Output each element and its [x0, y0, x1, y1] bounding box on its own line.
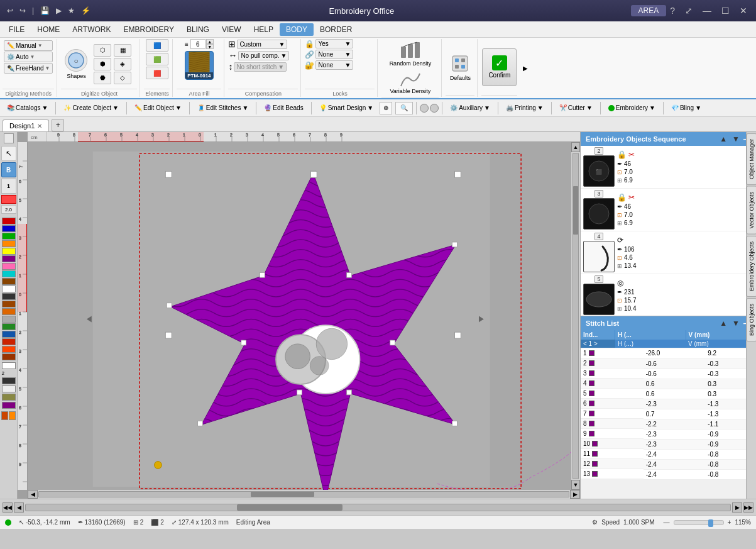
auto-btn[interactable]: ⚙️ Auto ▼ [4, 52, 53, 62]
restore-icon[interactable]: ⤢ [681, 4, 696, 17]
stitch-row[interactable]: 6 -2.3 -1.3 [581, 399, 756, 409]
stitch-count-input[interactable] [190, 39, 205, 49]
right-scroll-btn[interactable]: ▶ [732, 502, 742, 513]
hscroll-left-btn[interactable]: ◀ [28, 490, 38, 499]
obj-item-5[interactable]: 5 ◎ ✒ 2 [581, 274, 756, 316]
palette-color-18[interactable] [2, 346, 16, 353]
stitch-nav-label[interactable]: < 1 > [581, 340, 615, 348]
obj-item-4[interactable]: 4 ⟳ ✒ 1 [581, 231, 756, 274]
manual-expand[interactable]: ▼ [38, 43, 43, 48]
new-tab-btn[interactable]: + [52, 119, 64, 131]
stitch-count-down[interactable]: ▼ [206, 44, 214, 49]
palette-color-10[interactable] [2, 286, 16, 292]
hscroll-track[interactable] [38, 491, 569, 497]
no-pull-comp-dropdown[interactable]: No pull comp. ▼ [238, 51, 289, 60]
bling-btn[interactable]: 💎 Bling ▼ [667, 103, 706, 113]
stitch-row[interactable]: 12 -2.4 -0.8 [581, 459, 756, 469]
menu-embroidery[interactable]: EMBROIDERY [117, 23, 180, 36]
palette-color-15[interactable] [2, 323, 16, 330]
vscroll-up-btn[interactable]: ▲ [571, 142, 580, 152]
obj-item-2[interactable]: 2 ⬛ 🔒 ✂ ✒ 46 [581, 146, 756, 189]
palette-color-2[interactable] [2, 225, 16, 232]
obj-list[interactable]: 2 ⬛ 🔒 ✂ ✒ 46 [581, 146, 756, 316]
elem-btn1[interactable]: 🟦 [146, 39, 168, 52]
side-tab-bing-objects[interactable]: Bing Objects [747, 298, 757, 341]
stitch-row[interactable]: 13 -2.4 -0.8 [581, 469, 756, 479]
elem-btn3[interactable]: 🟥 [146, 67, 168, 79]
catalogs-dropdown-arrow[interactable]: ▼ [41, 104, 48, 111]
auxiliary-arrow[interactable]: ▼ [484, 104, 490, 111]
palette-color-17[interactable] [2, 338, 16, 345]
smart-design-btn[interactable]: 💡 Smart Design ▼ [315, 103, 378, 113]
stitch-scroll-up-btn[interactable]: ▲ [718, 319, 728, 328]
digitize-icon-btn6[interactable]: ◇ [114, 72, 131, 84]
tool-btn-1[interactable]: ↖ [1, 146, 16, 161]
confirm-btn[interactable]: ✓ Confirm [482, 48, 517, 86]
side-tab-object-manager[interactable]: Object Manager [747, 133, 757, 185]
menu-border[interactable]: BORDER [314, 23, 358, 36]
embroidery-arrow[interactable]: ▼ [649, 104, 655, 111]
bling-arrow[interactable]: ▼ [695, 104, 701, 111]
ribbon-expand-btn[interactable]: ▶ [521, 39, 530, 97]
catalogs-btn[interactable]: 📚 Catalogs ▼ [3, 103, 52, 113]
manual-btn[interactable]: ✏️ Manual ▼ [4, 40, 53, 51]
design-tab[interactable]: Design1 ✕ [3, 119, 49, 131]
tool-btn-2[interactable]: B [1, 162, 16, 177]
smart-design-extra-btn[interactable]: ⊕ [380, 102, 392, 114]
zoom-slider-thumb[interactable] [708, 519, 713, 527]
hscroll-thumb-bottom[interactable] [237, 504, 342, 511]
stitch-row[interactable]: 5 0.6 0.3 [581, 389, 756, 399]
auto-expand[interactable]: ▼ [30, 54, 35, 60]
save-icon[interactable]: 💾 [38, 5, 52, 16]
canvas-hscroll[interactable]: ◀ ▶ [28, 490, 580, 499]
star-icon[interactable]: ★ [66, 5, 77, 16]
shapes-btn[interactable]: ○ Shapes [61, 47, 91, 82]
stitch-scroll-down-btn[interactable]: ▼ [731, 319, 741, 328]
palette-color-23[interactable] [2, 394, 16, 401]
minimize-icon[interactable]: — [699, 4, 715, 17]
palette-color-16[interactable] [2, 331, 16, 338]
stitch-count-spinbox[interactable]: ≡ ▲ ▼ [185, 39, 214, 49]
freehand-expand[interactable]: ▼ [45, 65, 50, 71]
stitch-row[interactable]: 7 0.7 -1.3 [581, 409, 756, 419]
stitch-count-up[interactable]: ▲ [206, 39, 214, 44]
tab-close-btn[interactable]: ✕ [37, 123, 42, 130]
palette-color-1[interactable] [2, 218, 16, 225]
embroidery-btn[interactable]: Embroidery ▼ [604, 103, 660, 113]
menu-view[interactable]: VIEW [216, 23, 248, 36]
palette-color-20[interactable] [2, 362, 16, 369]
canvas-vscroll[interactable]: ▲ ▼ [571, 142, 580, 490]
stitch-row[interactable]: 1 -26.0 9.2 [581, 348, 756, 358]
help-icon[interactable]: ? [666, 4, 679, 17]
stitch-row[interactable]: 8 -2.2 -1.1 [581, 419, 756, 429]
auxiliary-btn[interactable]: ⚙️ Auxiliary ▼ [446, 103, 495, 113]
canvas-content[interactable] [28, 142, 580, 490]
ptm-preview[interactable]: PTM-0014 [185, 51, 214, 80]
menu-help[interactable]: HELP [248, 23, 280, 36]
color-dot1[interactable] [420, 104, 429, 113]
palette-color-13[interactable] [2, 308, 16, 315]
digitize-icon-btn5[interactable]: ◈ [114, 58, 131, 70]
digitize-icon-btn4[interactable]: ▦ [114, 44, 131, 57]
palette-color-22[interactable] [2, 385, 16, 392]
stitch-row[interactable]: 2 -0.6 -0.3 [581, 358, 756, 369]
palette-color-12[interactable] [2, 301, 16, 308]
hscroll-track-bottom[interactable] [25, 504, 731, 511]
stitch-row[interactable]: 10 -2.3 -0.9 [581, 439, 756, 449]
zoom-slider[interactable] [674, 520, 724, 525]
palette-color-24[interactable] [2, 402, 16, 409]
stitch-row[interactable]: 3 -0.6 -0.3 [581, 369, 756, 379]
edit-object-arrow[interactable]: ▼ [175, 104, 182, 111]
stitch-table-container[interactable]: 1 -26.0 9.2 2 -0.6 -0.3 3 -0.6 -0.3 4 0.… [581, 348, 756, 499]
vscroll-thumb[interactable] [573, 186, 578, 235]
create-object-arrow[interactable]: ▼ [112, 104, 119, 111]
digitize-icon-btn1[interactable]: ⬡ [94, 44, 111, 57]
left-scroll-btn[interactable]: ◀ [14, 502, 24, 513]
side-tab-vector-objects[interactable]: Vector Objects [747, 186, 757, 235]
cutter-arrow[interactable]: ▼ [586, 104, 593, 111]
edit-stitches-btn[interactable]: 🧵 Edit Stitches ▼ [193, 103, 253, 113]
palette-color-7[interactable] [2, 263, 16, 270]
menu-home[interactable]: HOME [31, 23, 66, 36]
yes-dropdown[interactable]: Yes ▼ [315, 39, 353, 48]
vscroll-down-btn[interactable]: ▼ [571, 480, 580, 490]
